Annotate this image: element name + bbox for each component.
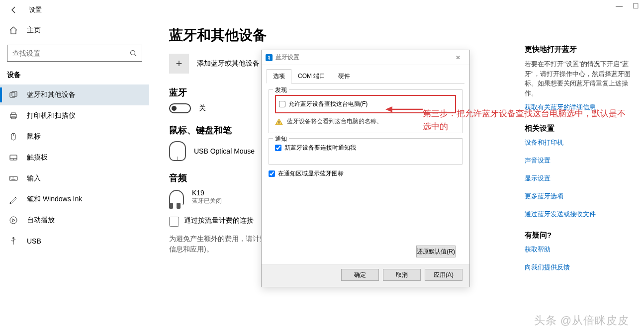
headset-icon — [169, 190, 184, 205]
sidebar-item-label: 自动播放 — [27, 216, 55, 225]
home-label: 主页 — [27, 26, 41, 35]
faster-bluetooth-text: 若要在不打开"设置"的情况下开启"蓝牙"，请打开操作中心，然后择蓝牙图标。如果想… — [525, 59, 639, 98]
svg-point-0 — [131, 51, 135, 55]
close-icon[interactable]: ✕ — [451, 54, 465, 61]
apply-button[interactable]: 应用(A) — [425, 269, 462, 281]
sidebar-item-label: 打印机和扫描仪 — [27, 111, 76, 120]
bluetooth-icon — [266, 54, 273, 61]
svg-rect-12 — [9, 176, 17, 180]
dialog-footer: 确定 取消 应用(A) — [262, 264, 469, 287]
bluetooth-toggle[interactable] — [169, 103, 191, 113]
right-panel: 更快地打开蓝牙 若要在不打开"设置"的情况下开启"蓝牙"，请打开操作中心，然后择… — [525, 20, 644, 333]
faster-bluetooth-heading: 更快地打开蓝牙 — [525, 45, 639, 54]
titlebar: 设置 — [0, 0, 644, 20]
bluetooth-devices-icon — [9, 90, 18, 99]
search-box[interactable] — [7, 45, 142, 62]
sidebar-item-label: 蓝牙和其他设备 — [27, 90, 76, 99]
sidebar-item-label: 输入 — [27, 174, 41, 183]
sidebar-item-mouse[interactable]: 鼠标 — [0, 126, 149, 147]
search-input[interactable] — [7, 49, 125, 57]
watermark: 头条 @从倍眯皮皮 — [534, 313, 629, 328]
usb-icon — [9, 237, 18, 246]
related-settings-heading: 相关设置 — [525, 124, 639, 133]
get-help-link[interactable]: 获取帮助 — [525, 245, 639, 254]
sidebar-item-label: USB — [27, 237, 41, 245]
dialog-title-text: 蓝牙设置 — [276, 53, 299, 62]
devices-printers-link[interactable]: 设备和打印机 — [525, 138, 639, 147]
ok-button[interactable]: 确定 — [341, 269, 379, 281]
sidebar-item-label: 触摸板 — [27, 153, 48, 162]
send-receive-link[interactable]: 通过蓝牙发送或接收文件 — [525, 210, 639, 219]
window-title: 设置 — [29, 5, 42, 14]
notification-group: 通知 新蓝牙设备要连接时通知我 — [269, 138, 462, 165]
mouse-icon — [9, 132, 18, 141]
bluetooth-settings-dialog: 蓝牙设置 ✕ 选项 COM 端口 硬件 发现 允许蓝牙设备查找这台电脑(F) 蓝… — [261, 50, 470, 287]
printer-icon — [9, 111, 18, 120]
tab-hardware[interactable]: 硬件 — [332, 69, 357, 83]
notify-connect-label: 新蓝牙设备要连接时通知我 — [284, 144, 356, 152]
notification-group-title: 通知 — [273, 135, 289, 143]
discovery-group-title: 发现 — [273, 86, 289, 94]
allow-find-checkbox[interactable] — [279, 101, 285, 107]
metered-checkbox[interactable] — [169, 217, 179, 227]
sidebar-item-autoplay[interactable]: 自动播放 — [0, 210, 149, 231]
warning-icon — [275, 118, 283, 126]
sidebar-item-label: 鼠标 — [27, 132, 41, 141]
cancel-button[interactable]: 取消 — [383, 269, 421, 281]
sound-settings-link[interactable]: 声音设置 — [525, 156, 639, 165]
add-device-label: 添加蓝牙或其他设备 — [197, 59, 260, 68]
home-icon — [9, 26, 18, 35]
bluetooth-state: 关 — [199, 104, 206, 113]
svg-point-21 — [278, 123, 279, 124]
tray-icon-checkbox[interactable] — [269, 170, 275, 177]
back-button[interactable] — [6, 2, 22, 18]
tab-options[interactable]: 选项 — [267, 69, 291, 83]
restore-defaults-button[interactable]: 还原默认值(R) — [416, 246, 456, 257]
search-icon[interactable] — [125, 45, 142, 61]
feedback-link[interactable]: 向我们提供反馈 — [525, 263, 639, 272]
category-title: 设备 — [0, 69, 149, 84]
page-title: 蓝牙和其他设备 — [169, 26, 515, 45]
mouse-device-icon — [169, 141, 186, 161]
dialog-titlebar: 蓝牙设置 ✕ — [262, 50, 469, 65]
display-settings-link[interactable]: 显示设置 — [525, 174, 639, 183]
allow-find-label: 允许蓝牙设备查找这台电脑(F) — [288, 100, 368, 108]
minimize-button[interactable]: — — [616, 2, 623, 10]
sidebar-item-label: 笔和 Windows Ink — [27, 195, 82, 204]
keyboard-icon — [9, 174, 18, 183]
sidebar-item-typing[interactable]: 输入 — [0, 168, 149, 189]
sidebar-item-touchpad[interactable]: 触摸板 — [0, 147, 149, 168]
window-controls: — ☐ — [616, 2, 639, 10]
question-heading: 有疑问? — [525, 231, 639, 240]
more-bluetooth-link[interactable]: 更多蓝牙选项 — [525, 192, 639, 201]
device-name: K19 — [192, 189, 222, 197]
add-device-button[interactable]: + — [169, 54, 189, 74]
svg-point-17 — [10, 217, 17, 224]
maximize-button[interactable]: ☐ — [633, 2, 639, 10]
tray-icon-label: 在通知区域显示蓝牙图标 — [278, 169, 344, 178]
sidebar-item-usb[interactable]: USB — [0, 231, 149, 251]
device-status: 蓝牙已关闭 — [192, 197, 222, 205]
sidebar-home[interactable]: 主页 — [0, 20, 149, 41]
svg-rect-5 — [11, 113, 15, 114]
touchpad-icon — [9, 153, 18, 162]
discovery-group: 发现 允许蓝牙设备查找这台电脑(F) 蓝牙设备将会看到这台电脑的名称。 — [269, 89, 462, 133]
pen-icon — [9, 195, 18, 204]
dialog-tabs: 选项 COM 端口 硬件 — [267, 69, 464, 83]
svg-line-1 — [135, 55, 137, 57]
allow-find-highlight: 允许蓝牙设备查找这台电脑(F) — [275, 95, 456, 113]
autoplay-icon — [9, 216, 18, 225]
sidebar: 主页 设备 蓝牙和其他设备 打印机和扫描仪 鼠标 触摸板 输入 — [0, 20, 149, 333]
sidebar-item-bluetooth[interactable]: 蓝牙和其他设备 — [0, 84, 149, 105]
notify-connect-checkbox[interactable] — [275, 145, 281, 151]
bluetooth-details-link[interactable]: 获取有关蓝牙的详细信息 — [525, 103, 639, 112]
metered-label: 通过按流量计费的连接 — [184, 216, 254, 225]
device-name: USB Optical Mouse — [194, 147, 255, 155]
sidebar-item-pen[interactable]: 笔和 Windows Ink — [0, 189, 149, 210]
find-info-text: 蓝牙设备将会看到这台电脑的名称。 — [287, 117, 382, 126]
sidebar-item-printers[interactable]: 打印机和扫描仪 — [0, 105, 149, 126]
tab-com-ports[interactable]: COM 端口 — [291, 69, 332, 83]
